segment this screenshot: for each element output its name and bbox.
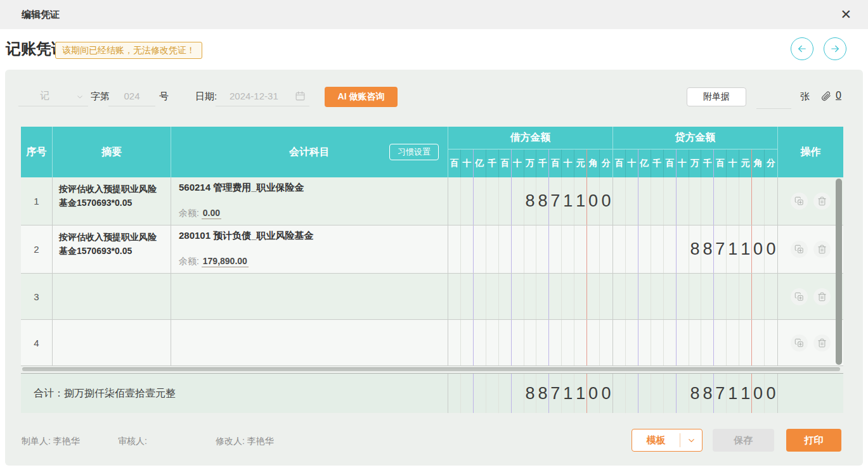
voucher-word-select[interactable]: 记 bbox=[18, 86, 88, 106]
digit-cell[interactable]: 7 bbox=[549, 374, 562, 413]
row-summary-cell[interactable]: 按评估收入预提职业风险基金1570693*0.05 bbox=[53, 177, 171, 225]
digit-cell[interactable] bbox=[651, 320, 664, 365]
print-button[interactable]: 打印 bbox=[786, 429, 841, 452]
digit-cell[interactable] bbox=[461, 177, 474, 225]
digit-cell[interactable] bbox=[677, 177, 689, 225]
digit-cell[interactable] bbox=[626, 274, 638, 319]
row-account-cell[interactable]: 280101 预计负债_职业风险基金 余额: 179,890.00 bbox=[171, 225, 448, 273]
prev-voucher-button[interactable] bbox=[791, 37, 813, 60]
digit-cell[interactable] bbox=[448, 274, 461, 319]
digit-cell[interactable] bbox=[664, 374, 677, 413]
digit-cell[interactable] bbox=[574, 320, 587, 365]
digit-cell[interactable] bbox=[461, 225, 474, 273]
close-icon[interactable]: ✕ bbox=[840, 7, 852, 22]
digit-cell[interactable]: 1 bbox=[562, 374, 574, 413]
horizontal-scrollbar-thumb[interactable] bbox=[22, 367, 840, 371]
digit-cell[interactable] bbox=[765, 320, 777, 365]
digit-cell[interactable] bbox=[461, 320, 474, 365]
row-debit-grid[interactable] bbox=[448, 225, 613, 273]
row-account-cell[interactable] bbox=[171, 274, 448, 319]
row-credit-grid[interactable] bbox=[613, 274, 778, 319]
digit-cell[interactable] bbox=[536, 225, 549, 273]
digit-cell[interactable] bbox=[752, 320, 765, 365]
digit-cell[interactable] bbox=[651, 374, 664, 413]
digit-cell[interactable] bbox=[574, 225, 587, 273]
digit-cell[interactable] bbox=[499, 225, 512, 273]
digit-cell[interactable]: 7 bbox=[714, 374, 727, 413]
digit-cell[interactable]: 0 bbox=[752, 225, 765, 273]
digit-cell[interactable] bbox=[638, 274, 651, 319]
digit-cell[interactable]: 8 bbox=[689, 225, 702, 273]
digit-cell[interactable] bbox=[638, 374, 651, 413]
digit-cell[interactable] bbox=[600, 225, 612, 273]
digit-cell[interactable]: 1 bbox=[562, 177, 574, 225]
digit-cell[interactable] bbox=[499, 374, 512, 413]
balance-value-link[interactable]: 179,890.00 bbox=[202, 256, 249, 267]
digit-cell[interactable]: 0 bbox=[587, 374, 600, 413]
row-debit-grid[interactable] bbox=[448, 320, 613, 365]
digit-cell[interactable]: 1 bbox=[727, 225, 739, 273]
digit-cell[interactable] bbox=[486, 374, 499, 413]
digit-cell[interactable]: 1 bbox=[739, 225, 752, 273]
next-voucher-button[interactable] bbox=[824, 37, 846, 60]
digit-cell[interactable] bbox=[739, 274, 752, 319]
row-debit-grid[interactable] bbox=[448, 274, 613, 319]
digit-cell[interactable] bbox=[664, 225, 677, 273]
digit-cell[interactable] bbox=[689, 274, 702, 319]
digit-cell[interactable]: 8 bbox=[536, 177, 549, 225]
digit-cell[interactable] bbox=[474, 374, 486, 413]
digit-cell[interactable] bbox=[448, 177, 461, 225]
attachment-count-link[interactable]: 0 bbox=[836, 90, 841, 101]
digit-cell[interactable] bbox=[727, 177, 739, 225]
digit-cell[interactable] bbox=[651, 225, 664, 273]
digit-cell[interactable]: 0 bbox=[600, 374, 612, 413]
digit-cell[interactable] bbox=[613, 274, 626, 319]
digit-cell[interactable] bbox=[701, 320, 714, 365]
digit-cell[interactable] bbox=[651, 177, 664, 225]
digit-cell[interactable] bbox=[474, 177, 486, 225]
digit-cell[interactable] bbox=[701, 177, 714, 225]
digit-cell[interactable] bbox=[549, 274, 562, 319]
digit-cell[interactable]: 8 bbox=[701, 374, 714, 413]
digit-cell[interactable] bbox=[461, 274, 474, 319]
delete-row-button[interactable] bbox=[813, 288, 831, 305]
digit-cell[interactable] bbox=[765, 274, 777, 319]
digit-cell[interactable]: 0 bbox=[600, 177, 612, 225]
digit-cell[interactable] bbox=[727, 320, 739, 365]
digit-cell[interactable]: 7 bbox=[714, 225, 727, 273]
digit-cell[interactable]: 1 bbox=[574, 374, 587, 413]
digit-cell[interactable]: 8 bbox=[689, 374, 702, 413]
copy-row-button[interactable] bbox=[791, 193, 808, 210]
digit-cell[interactable] bbox=[499, 177, 512, 225]
ai-accounting-button[interactable]: AI 做账咨询 bbox=[325, 87, 398, 107]
digit-cell[interactable] bbox=[689, 320, 702, 365]
digit-cell[interactable]: 0 bbox=[752, 374, 765, 413]
digit-cell[interactable]: 0 bbox=[587, 177, 600, 225]
digit-cell[interactable] bbox=[714, 320, 727, 365]
digit-cell[interactable]: 8 bbox=[701, 225, 714, 273]
digit-cell[interactable]: 8 bbox=[524, 374, 537, 413]
digit-cell[interactable] bbox=[536, 320, 549, 365]
digit-cell[interactable] bbox=[638, 320, 651, 365]
digit-cell[interactable] bbox=[626, 374, 638, 413]
digit-cell[interactable] bbox=[499, 320, 512, 365]
habit-settings-button[interactable]: 习惯设置 bbox=[389, 144, 439, 160]
digit-cell[interactable] bbox=[677, 274, 689, 319]
digit-cell[interactable] bbox=[486, 177, 499, 225]
digit-cell[interactable] bbox=[486, 320, 499, 365]
delete-row-button[interactable] bbox=[813, 241, 831, 258]
digit-cell[interactable] bbox=[536, 274, 549, 319]
digit-cell[interactable] bbox=[512, 374, 524, 413]
digit-cell[interactable] bbox=[739, 320, 752, 365]
digit-cell[interactable] bbox=[752, 274, 765, 319]
digit-cell[interactable] bbox=[587, 320, 600, 365]
digit-cell[interactable] bbox=[448, 374, 461, 413]
digit-cell[interactable] bbox=[613, 374, 626, 413]
digit-cell[interactable]: 8 bbox=[536, 374, 549, 413]
digit-cell[interactable]: 7 bbox=[549, 177, 562, 225]
row-summary-cell[interactable] bbox=[53, 274, 171, 319]
digit-cell[interactable] bbox=[474, 225, 486, 273]
digit-cell[interactable] bbox=[664, 177, 677, 225]
digit-cell[interactable] bbox=[512, 274, 524, 319]
digit-cell[interactable] bbox=[626, 225, 638, 273]
